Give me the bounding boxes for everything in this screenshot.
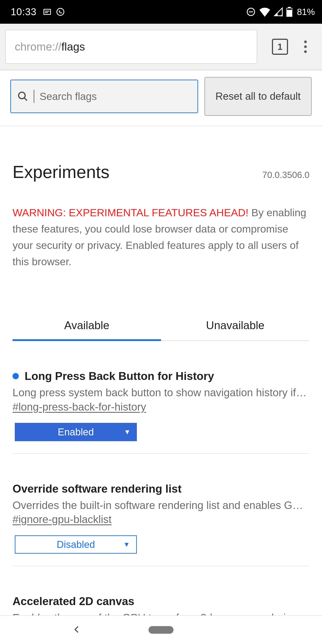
browser-toolbar: chrome://flags 1 xyxy=(0,24,322,70)
search-flags-box[interactable] xyxy=(10,80,198,113)
url-path: flags xyxy=(61,40,85,53)
android-status-bar: 10:33 x 81% xyxy=(0,0,322,24)
flag-select[interactable]: Disabled ▼ xyxy=(15,535,137,554)
svg-rect-9 xyxy=(287,8,292,10)
flag-select[interactable]: Enabled ▼ xyxy=(15,423,137,441)
flag-hash-link[interactable]: #ignore-gpu-blacklist xyxy=(12,513,310,526)
search-row: Reset all to default xyxy=(0,70,322,126)
reset-all-button[interactable]: Reset all to default xyxy=(204,77,312,116)
whatsapp-icon xyxy=(56,7,65,16)
warning-text: WARNING: EXPERIMENTAL FEATURES AHEAD! By… xyxy=(12,204,310,270)
flag-item: Override software rendering list Overrid… xyxy=(12,454,310,566)
page-content: Experiments 70.0.3506.0 WARNING: EXPERIM… xyxy=(0,126,322,638)
chevron-down-icon: ▼ xyxy=(124,428,130,436)
battery-icon xyxy=(286,7,292,17)
flag-description: Overrides the built-in software renderin… xyxy=(12,498,310,512)
dnd-icon xyxy=(246,7,256,17)
tab-available[interactable]: Available xyxy=(12,319,161,340)
text-caret xyxy=(34,90,34,103)
flag-title: Long Press Back Button for History xyxy=(24,370,214,382)
svg-rect-0 xyxy=(44,9,50,14)
home-pill[interactable] xyxy=(148,626,174,634)
search-icon xyxy=(17,91,28,102)
flag-select-value: Disabled xyxy=(56,539,95,550)
svg-rect-8 xyxy=(288,7,291,8)
flag-title: Accelerated 2D canvas xyxy=(12,595,134,608)
page-title: Experiments xyxy=(12,162,110,182)
clock: 10:33 xyxy=(11,6,36,18)
url-scheme: chrome:// xyxy=(15,40,61,53)
chevron-down-icon: ▼ xyxy=(123,541,130,548)
flag-item: Long Press Back Button for History Long … xyxy=(12,341,310,454)
svg-line-11 xyxy=(24,98,27,100)
menu-button[interactable] xyxy=(299,40,312,54)
tab-unavailable[interactable]: Unavailable xyxy=(161,319,310,340)
tab-switcher-button[interactable]: 1 xyxy=(272,39,288,55)
android-nav-bar xyxy=(0,616,322,644)
svg-point-3 xyxy=(57,8,64,16)
notification-icon xyxy=(43,8,52,16)
warning-prefix: WARNING: EXPERIMENTAL FEATURES AHEAD! xyxy=(12,206,251,218)
flag-description: Long press system back button to show na… xyxy=(12,386,310,400)
back-button[interactable] xyxy=(72,625,82,635)
cell-signal-icon: x xyxy=(274,7,283,16)
version-text: 70.0.3506.0 xyxy=(262,170,310,180)
url-bar[interactable]: chrome://flags xyxy=(5,30,257,64)
wifi-icon xyxy=(259,7,270,17)
tabs: Available Unavailable xyxy=(12,319,310,341)
flag-hash-link[interactable]: #long-press-back-for-history xyxy=(12,401,310,413)
svg-text:x: x xyxy=(281,14,282,16)
battery-percentage: 81% xyxy=(297,7,315,17)
flag-title: Override software rendering list xyxy=(12,482,182,495)
search-input[interactable] xyxy=(40,90,191,102)
flag-select-value: Enabled xyxy=(58,426,94,438)
modified-dot-icon xyxy=(12,373,19,379)
svg-point-10 xyxy=(18,92,25,98)
